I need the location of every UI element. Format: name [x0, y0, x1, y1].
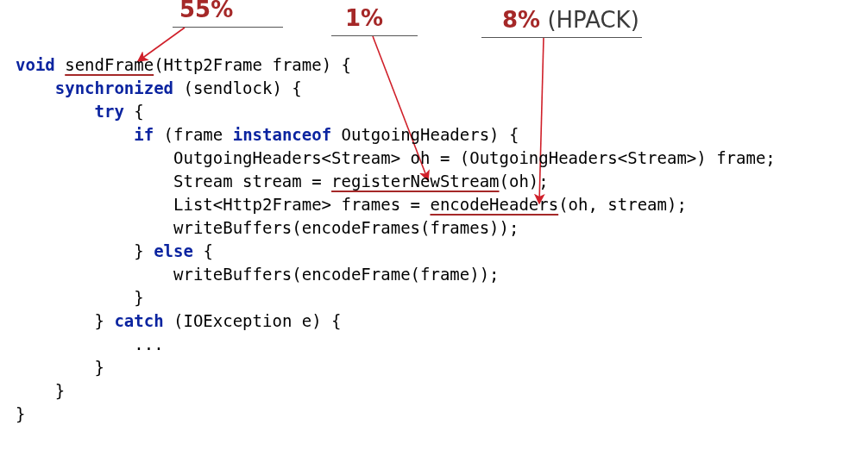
l13: ... — [134, 334, 163, 353]
line-16: } — [16, 404, 25, 423]
l10: writeBuffers(encodeFrame(frame)); — [173, 265, 500, 284]
line-7: List<Http2Frame> frames = encodeHeaders(… — [16, 195, 687, 214]
fn-encodeHeaders: encodeHeaders — [430, 195, 558, 214]
line-6: Stream stream = registerNewStream(oh); — [16, 172, 549, 191]
annotation-55-pct: 55% — [179, 0, 233, 22]
line-15: } — [16, 381, 65, 400]
annotation-1: 1% — [345, 7, 383, 30]
line-4: if (frame instanceof OutgoingHeaders) { — [16, 125, 519, 144]
line-2: synchronized (sendlock) { — [16, 78, 302, 97]
line-3: try { — [16, 102, 144, 121]
l4-t2: OutgoingHeaders) { — [331, 125, 519, 144]
line-1: void sendFrame(Http2Frame frame) { — [16, 55, 351, 74]
line-10: writeBuffers(encodeFrame(frame)); — [16, 265, 500, 284]
l7-t2: (oh, stream); — [558, 195, 687, 214]
annotation-55-rule — [173, 27, 283, 28]
kw-try: try — [95, 102, 124, 121]
fn-sendFrame: sendFrame — [65, 55, 154, 74]
l7-t1: List<Http2Frame> frames = — [173, 195, 430, 214]
l15: } — [55, 381, 65, 400]
l1-rest: (Http2Frame frame) { — [154, 55, 351, 74]
line-5: OutgoingHeaders<Stream> oh = (OutgoingHe… — [16, 148, 776, 167]
annotation-8-rule — [481, 37, 642, 38]
l2-rest: (sendlock) { — [173, 78, 302, 97]
kw-catch: catch — [114, 311, 163, 330]
kw-void: void — [16, 55, 55, 74]
line-14: } — [16, 358, 104, 377]
l6-t2: (oh); — [500, 172, 549, 191]
annotation-8-extra: (HPACK) — [547, 7, 638, 33]
annotation-1-rule — [331, 35, 418, 36]
line-13: ... — [16, 334, 164, 353]
kw-if: if — [134, 125, 154, 144]
annotation-55: 55% — [179, 0, 233, 22]
annotation-1-pct: 1% — [345, 5, 383, 31]
l9-t1: } — [134, 241, 154, 260]
l6-t1: Stream stream = — [173, 172, 331, 191]
l5: OutgoingHeaders<Stream> oh = (OutgoingHe… — [173, 148, 776, 167]
line-12: } catch (IOException e) { — [16, 311, 342, 330]
l4-t1: (frame — [154, 125, 233, 144]
kw-synchronized: synchronized — [55, 78, 173, 97]
l3-rest: { — [124, 102, 144, 121]
l11: } — [134, 288, 143, 307]
code-block: void sendFrame(Http2Frame frame) { synch… — [16, 53, 776, 426]
l12-t2: (IOException e) { — [164, 311, 342, 330]
line-9: } else { — [16, 241, 213, 260]
annotation-8-pct: 8% — [502, 7, 540, 33]
l9-t2: { — [193, 241, 213, 260]
annotation-8: 8% (HPACK) — [502, 9, 639, 32]
kw-else: else — [154, 241, 193, 260]
kw-instanceof: instanceof — [233, 125, 331, 144]
l14: } — [95, 358, 104, 377]
fn-registerNewStream: registerNewStream — [331, 172, 499, 191]
line-11: } — [16, 288, 144, 307]
l12-t1: } — [95, 311, 115, 330]
l8: writeBuffers(encodeFrames(frames)); — [173, 218, 519, 237]
line-8: writeBuffers(encodeFrames(frames)); — [16, 218, 519, 237]
l16: } — [16, 404, 25, 423]
